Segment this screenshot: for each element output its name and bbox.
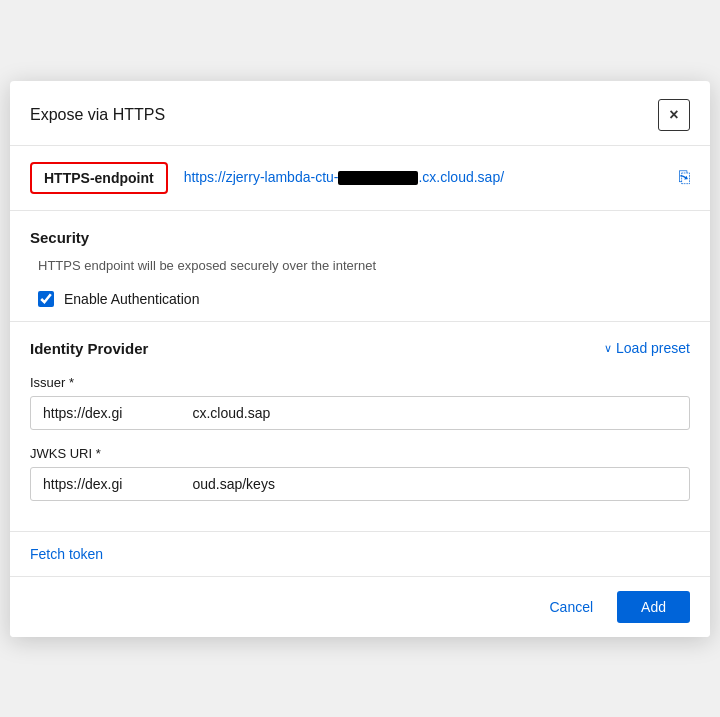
endpoint-row: HTTPS-endpoint https://zjerry-lambda-ctu… [10, 146, 710, 211]
copy-icon[interactable]: ⎘ [679, 167, 690, 188]
jwks-uri-label: JWKS URI * [30, 446, 690, 461]
chevron-down-icon: ∨ [604, 342, 612, 355]
issuer-field-group: Issuer * [30, 375, 690, 430]
issuer-input[interactable] [30, 396, 690, 430]
modal-title: Expose via HTTPS [30, 106, 165, 124]
modal-overlay: Expose via HTTPS × HTTPS-endpoint https:… [0, 0, 720, 717]
cancel-button[interactable]: Cancel [537, 591, 605, 623]
fetch-token-link[interactable]: Fetch token [30, 546, 103, 562]
endpoint-url: https://zjerry-lambda-ctu- .cx.cloud.sap… [184, 167, 663, 188]
modal-body: HTTPS-endpoint https://zjerry-lambda-ctu… [10, 146, 710, 576]
identity-provider-title: Identity Provider [30, 340, 148, 357]
enable-auth-checkbox[interactable] [38, 291, 54, 307]
security-section: Security HTTPS endpoint will be exposed … [10, 211, 710, 322]
enable-auth-label: Enable Authentication [64, 291, 199, 307]
load-preset-label: Load preset [616, 340, 690, 356]
close-button[interactable]: × [658, 99, 690, 131]
fetch-token-row: Fetch token [10, 532, 710, 576]
issuer-label: Issuer * [30, 375, 690, 390]
endpoint-url-suffix: .cx.cloud.sap/ [418, 169, 504, 185]
endpoint-url-redacted [338, 171, 418, 185]
security-description: HTTPS endpoint will be exposed securely … [38, 258, 690, 273]
modal-header: Expose via HTTPS × [10, 81, 710, 146]
add-button[interactable]: Add [617, 591, 690, 623]
modal-footer: Cancel Add [10, 576, 710, 637]
jwks-uri-input[interactable] [30, 467, 690, 501]
security-title: Security [30, 229, 690, 246]
endpoint-label: HTTPS-endpoint [30, 162, 168, 194]
load-preset-button[interactable]: ∨ Load preset [604, 340, 690, 356]
modal-dialog: Expose via HTTPS × HTTPS-endpoint https:… [10, 81, 710, 637]
endpoint-url-prefix: https://zjerry-lambda-ctu- [184, 169, 339, 185]
enable-auth-row: Enable Authentication [38, 291, 690, 307]
jwks-uri-field-group: JWKS URI * [30, 446, 690, 501]
identity-provider-section: Identity Provider ∨ Load preset Issuer *… [10, 322, 710, 532]
identity-header: Identity Provider ∨ Load preset [30, 340, 690, 357]
